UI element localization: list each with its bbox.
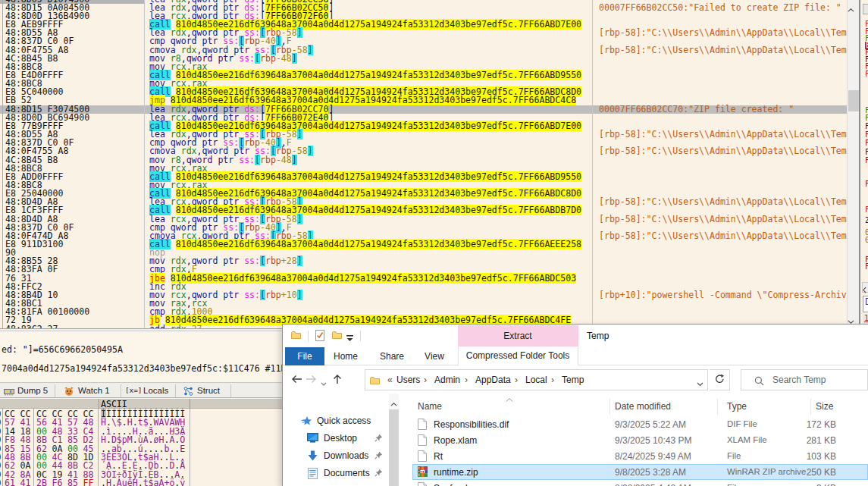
qat-folder-icon[interactable] [291, 331, 301, 342]
tab-share[interactable]: Share [378, 347, 406, 365]
calling-convention-select[interactable]: D [863, 296, 868, 312]
tab-compressed-folder-tools[interactable]: Compressed Folder Tools [458, 346, 578, 365]
pin-icon[interactable] [374, 434, 383, 444]
forward-icon[interactable] [306, 375, 317, 386]
disasm-row[interactable]: 48:8D15 F3074500lea rdx,qword ptr ds:[7F… [0, 105, 847, 114]
dump-row[interactable]: E061412BF685FF.H.ÀuêH.t$aA+ö.ÿ [0, 479, 288, 486]
column-header-size[interactable]: Size [816, 401, 833, 412]
register-value-fragment: Z [865, 217, 868, 224]
file-row-seafood[interactable]: Seafood8/28/2025 4:48 AMFile3 KB [412, 480, 868, 486]
registers-hscroll-left-icon[interactable] [862, 282, 868, 293]
register-value-fragment: F [865, 157, 868, 165]
disasm-row[interactable]: 48:0F4755 A8cmova rdx,qword ptr ss:[rbp-… [0, 46, 847, 55]
file-size: 3 KB [776, 483, 836, 486]
tab-dump-5[interactable]: Dump 5 [17, 386, 48, 395]
disasm-row[interactable]: 48:8D55 A8lea rdx,qword ptr ss:[rbp-58][… [0, 130, 847, 139]
disasm-row[interactable]: 48:8D15 0A084500lea rdx,qword ptr ds:[7F… [0, 4, 847, 12]
disasm-row[interactable]: E8 E4D0FFFFcall 810d4850ee216df639648a37… [0, 71, 847, 80]
sidebar-scrollbar-thumb[interactable] [389, 409, 399, 486]
file-name: Responsibilities.dif [434, 419, 509, 430]
watch-icon [64, 385, 74, 399]
disasm-row[interactable]: 76 31jbe 810d4850ee216df639648a37004a0d4… [0, 274, 847, 283]
dump-ascii: .H.ÀuêH.t$aA+ö.ÿ [101, 479, 185, 486]
file-row-rope.xlam[interactable]: Rope.xlam9/3/2025 10:43 PMXLAM File281 K… [412, 432, 868, 448]
pin-icon[interactable] [374, 451, 383, 462]
disasm-row[interactable]: 48:8D55 A8lea rdx,qword ptr ss:[rbp-58][… [0, 29, 847, 37]
info-line-1: ed: "]=656C69662050495A [2, 344, 123, 355]
breadcrumb-local[interactable]: Local [525, 375, 547, 385]
disasm-row[interactable]: 48:8BC1mov rax,rcx [0, 299, 847, 308]
tab-view[interactable]: View [422, 347, 447, 365]
disasm-row[interactable]: E8 ADD0FFFFcall 810d4850ee216df639648a37… [0, 173, 847, 181]
address-folder-icon [370, 376, 380, 387]
tab-locals[interactable]: Locals [143, 386, 168, 395]
nav-history-icon[interactable] [321, 378, 327, 388]
registers-pane-sliver: FFFEFFFFFFFFFFFFFZ00FF D 1 [859, 0, 868, 328]
file-row-responsibilities.dif[interactable]: Responsibilities.dif9/3/2025 5:22 AMDIF … [412, 416, 868, 432]
explorer-window: Extract Temp File Home Share View Compre… [283, 325, 868, 486]
column-header-name[interactable]: Name [418, 401, 442, 412]
qat-properties-icon[interactable] [315, 330, 324, 343]
sidebar-item-downloads[interactable]: Downloads [283, 448, 388, 464]
back-icon[interactable] [291, 375, 302, 386]
disassembly-scrollbar[interactable] [847, 0, 859, 328]
argument-row: 1 [863, 314, 868, 324]
breadcrumb-separator: › [515, 375, 518, 385]
sidebar-item-desktop[interactable]: Desktop [283, 431, 388, 447]
sidebar-scrollbar[interactable] [389, 394, 399, 486]
disasm-comment: [rbp-58]:"C:\\Users\\Admin\\AppData\\Loc… [599, 29, 847, 37]
breadcrumb-admin[interactable]: Admin [434, 375, 460, 385]
disasm-instruction: jb 810d4850ee216df639648a37004a0d4d1275a… [149, 316, 571, 325]
column-header-date[interactable]: Date modified [615, 401, 671, 412]
disasm-instruction: call 810d4850ee216df639648a37004a0d4d127… [149, 240, 581, 249]
disasm-row[interactable]: E8 911D3100call 810d4850ee216df639648a37… [0, 240, 847, 249]
sidebar-scroll-up-icon[interactable] [390, 398, 397, 409]
address-dropdown-icon[interactable] [697, 378, 703, 389]
scroll-up-icon[interactable] [848, 2, 860, 14]
hide-fpu-button[interactable] [863, 4, 868, 14]
disassembly-view[interactable]: 48:8D05 D1074500lea rax,qword ptr ds:[7F… [0, 0, 847, 328]
disasm-row[interactable]: 48:8D4D A8lea rcx,qword ptr ss:[rbp-58][… [0, 215, 847, 224]
address-input[interactable]: «Users›Admin›AppData›Local›Temp [365, 369, 708, 390]
locals-icon: [x=] [125, 386, 142, 394]
pin-icon[interactable] [374, 469, 383, 479]
column-header-type[interactable]: Type [727, 401, 747, 412]
breadcrumb-temp[interactable]: Temp [562, 375, 584, 385]
file-row-rt[interactable]: Rt8/24/2025 9:49 AMFile103 KB [412, 448, 868, 464]
disasm-row[interactable]: 48:8B4D 10mov rcx,qword ptr ss:[rbp+10][… [0, 291, 847, 299]
file-name: Rope.xlam [434, 435, 477, 446]
file-name: runtime.zip [434, 467, 478, 478]
search-placeholder: Search Temp [772, 375, 826, 385]
disasm-row[interactable]: 4C:8B45 B8mov r8,qword ptr ss:[rbp-48] [0, 156, 847, 165]
sidebar-item-documents[interactable]: Documents [283, 466, 388, 481]
disasm-row[interactable]: 4C:8B45 B8mov r8,qword ptr ss:[rbp-48] [0, 55, 847, 63]
search-box[interactable]: Search Temp [741, 369, 868, 390]
disasm-row[interactable]: 72 19jb 810d4850ee216df639648a37004a0d4d… [0, 316, 847, 325]
qat-newfolder-icon[interactable] [332, 331, 342, 342]
refresh-button[interactable] [710, 369, 730, 390]
disasm-row[interactable]: 48:0F4755 A8cmova rdx,qword ptr ss:[rbp-… [0, 147, 847, 155]
tab-watch-1[interactable]: Watch 1 [78, 386, 110, 395]
tab-home[interactable]: Home [332, 347, 359, 365]
disasm-instruction: call 810d4850ee216df639648a37004a0d4d127… [149, 71, 581, 80]
disasm-row[interactable]: 90nop [0, 249, 847, 257]
disasm-row[interactable]: 48:8B55 28mov rdx,qword ptr ss:[rbp+28] [0, 257, 847, 265]
up-icon[interactable] [333, 375, 342, 387]
file-row-runtime.zip[interactable]: runtime.zip9/8/2025 3:28 AMWinRAR ZIP ar… [412, 464, 868, 480]
tab-file[interactable]: File [285, 347, 324, 365]
scrollbar-thumb[interactable] [848, 90, 859, 111]
tab-struct[interactable]: Struct [197, 386, 220, 395]
breadcrumb-appdata[interactable]: AppData [475, 375, 511, 385]
sidebar-item-quick-access[interactable]: Quick access [283, 413, 388, 429]
breadcrumb-separator: « [387, 375, 393, 385]
qat-customize-icon[interactable] [346, 333, 353, 343]
register-value-fragment: F [865, 123, 868, 130]
breadcrumb-users[interactable]: Users [396, 375, 420, 385]
file-type: XLAM File [727, 435, 767, 444]
sidebar-item-label: Documents [324, 468, 370, 478]
register-value-fragment: F [865, 140, 868, 147]
sort-ascending-icon [506, 394, 513, 404]
disasm-comment: [rbp+10]:"powershell -Command \"Compress… [599, 291, 847, 299]
register-value-fragment: F [865, 206, 868, 214]
explorer-titlebar[interactable]: Extract Temp [283, 325, 868, 346]
